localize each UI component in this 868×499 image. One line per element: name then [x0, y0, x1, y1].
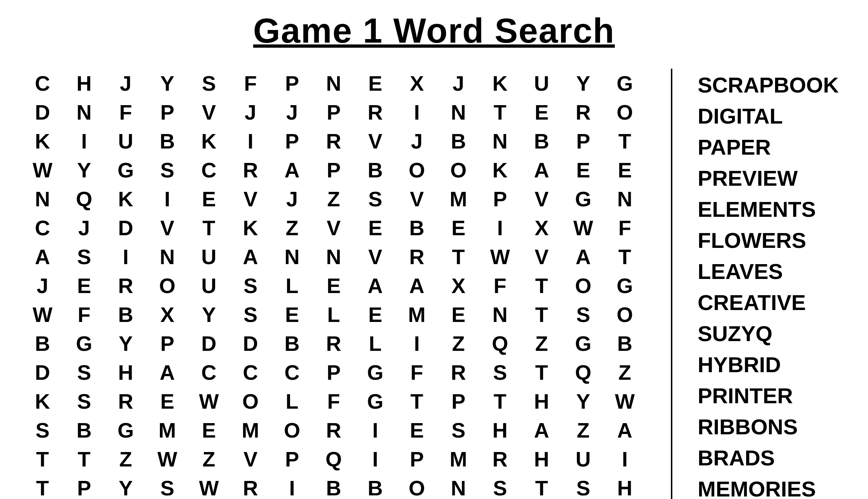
grid-cell: C — [271, 358, 313, 387]
grid-cell: I — [271, 473, 313, 499]
list-item: MEMORIES — [698, 476, 846, 499]
grid-cell: V — [146, 213, 188, 242]
grid-cell: X — [438, 271, 479, 300]
grid-cell: W — [188, 473, 230, 499]
grid-cell: A — [562, 242, 604, 271]
grid-cell: L — [271, 271, 313, 300]
grid-cell: S — [146, 473, 188, 499]
grid-cell: P — [63, 473, 105, 499]
grid-cell: E — [271, 300, 313, 329]
grid-cell: G — [63, 329, 105, 358]
grid-cell: T — [604, 126, 646, 155]
grid-cell: A — [22, 242, 63, 271]
grid-cell: P — [271, 444, 313, 473]
grid-row: DSHACCCPGFRSTQZ — [22, 358, 646, 387]
grid-cell: Q — [63, 184, 105, 213]
grid-cell: K — [22, 126, 63, 155]
grid-cell: P — [562, 126, 604, 155]
grid-cell: R — [105, 271, 146, 300]
grid-cell: H — [63, 69, 105, 98]
grid-cell: R — [313, 416, 354, 444]
list-item: SUZYQ — [698, 321, 846, 347]
grid-cell: T — [521, 358, 562, 387]
grid-row: DNFPVJJPRINTERO — [22, 98, 646, 126]
grid-cell: E — [188, 184, 230, 213]
grid-cell: G — [604, 271, 646, 300]
grid-cell: W — [562, 213, 604, 242]
grid-cell: F — [396, 358, 438, 387]
grid-cell: L — [271, 387, 313, 416]
grid-cell: E — [521, 98, 562, 126]
grid-cell: T — [521, 271, 562, 300]
grid-row: CHJYSFPNEXJKUYG — [22, 69, 646, 98]
grid-cell: V — [396, 184, 438, 213]
grid-cell: K — [479, 69, 521, 98]
grid-cell: U — [521, 69, 562, 98]
grid-cell: W — [22, 155, 63, 184]
grid-cell: T — [63, 444, 105, 473]
grid-cell: I — [396, 329, 438, 358]
grid-cell: B — [271, 329, 313, 358]
grid-cell: A — [604, 416, 646, 444]
grid-cell: A — [521, 155, 562, 184]
grid-cell: G — [105, 416, 146, 444]
grid-cell: F — [105, 98, 146, 126]
grid-cell: N — [313, 69, 354, 98]
grid-cell: K — [105, 184, 146, 213]
grid-cell: N — [63, 98, 105, 126]
grid-cell: B — [521, 126, 562, 155]
grid-cell: U — [105, 126, 146, 155]
grid-cell: R — [105, 387, 146, 416]
grid-cell: G — [604, 69, 646, 98]
grid-cell: H — [521, 387, 562, 416]
grid-cell: R — [230, 473, 271, 499]
grid-cell: T — [521, 473, 562, 499]
grid-cell: Y — [146, 69, 188, 98]
grid-cell: A — [521, 416, 562, 444]
grid-cell: V — [313, 213, 354, 242]
grid-cell: Y — [63, 155, 105, 184]
grid-cell: G — [562, 184, 604, 213]
grid-cell: O — [230, 387, 271, 416]
grid-cell: S — [63, 358, 105, 387]
grid-cell: I — [604, 444, 646, 473]
grid-cell: E — [313, 271, 354, 300]
grid-cell: N — [438, 473, 479, 499]
grid-cell: S — [63, 387, 105, 416]
grid-cell: M — [396, 300, 438, 329]
grid-cell: M — [230, 416, 271, 444]
grid-cell: V — [230, 444, 271, 473]
grid-cell: O — [438, 155, 479, 184]
grid-cell: Z — [562, 416, 604, 444]
grid-cell: F — [604, 213, 646, 242]
grid-cell: L — [354, 329, 396, 358]
grid-cell: C — [188, 358, 230, 387]
grid-cell: H — [105, 358, 146, 387]
grid-cell: T — [604, 242, 646, 271]
list-item: HYBRID — [698, 352, 846, 378]
grid-cell: A — [230, 242, 271, 271]
grid-row: WFBXYSELEMENTSO — [22, 300, 646, 329]
grid-cell: H — [479, 416, 521, 444]
grid-cell: O — [396, 155, 438, 184]
grid-cell: Z — [521, 329, 562, 358]
grid-cell: F — [63, 300, 105, 329]
grid-cell: Y — [105, 473, 146, 499]
grid-cell: B — [354, 473, 396, 499]
grid-cell: O — [396, 473, 438, 499]
grid-cell: B — [313, 473, 354, 499]
list-item: DIGITAL — [698, 103, 846, 129]
list-item: PREVIEW — [698, 165, 846, 192]
page-title: Game 1 Word Search — [253, 11, 615, 51]
list-item: PAPER — [698, 134, 846, 160]
grid-cell: A — [396, 271, 438, 300]
grid-cell: R — [562, 98, 604, 126]
grid-cell: R — [313, 126, 354, 155]
grid-row: KIUBKIPRVJBNBPT — [22, 126, 646, 155]
grid-cell: E — [438, 300, 479, 329]
grid-cell: O — [604, 300, 646, 329]
grid-cell: B — [63, 416, 105, 444]
grid-cell: D — [22, 98, 63, 126]
grid-cell: S — [562, 300, 604, 329]
grid-cell: Q — [562, 358, 604, 387]
